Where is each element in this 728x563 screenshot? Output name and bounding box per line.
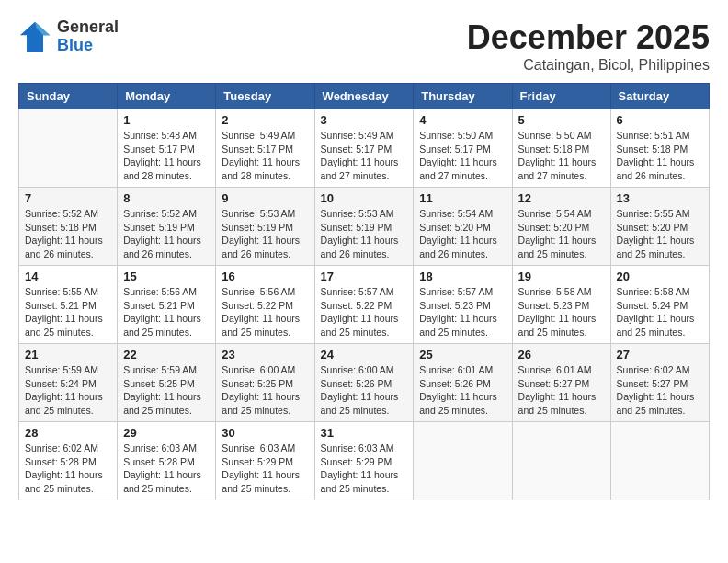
day-number: 30 xyxy=(222,426,308,440)
logo-blue: Blue xyxy=(57,37,119,55)
day-number: 26 xyxy=(518,348,605,362)
calendar-cell: 4Sunrise: 5:50 AM Sunset: 5:17 PM Daylig… xyxy=(414,109,512,188)
day-number: 27 xyxy=(617,348,703,362)
day-number: 22 xyxy=(123,348,210,362)
calendar-cell: 13Sunrise: 5:55 AM Sunset: 5:20 PM Dayli… xyxy=(610,188,709,266)
day-info: Sunrise: 6:03 AM Sunset: 5:29 PM Dayligh… xyxy=(321,442,408,496)
day-info: Sunrise: 6:00 AM Sunset: 5:25 PM Dayligh… xyxy=(222,363,308,418)
day-info: Sunrise: 5:57 AM Sunset: 5:22 PM Dayligh… xyxy=(321,285,408,339)
day-number: 31 xyxy=(321,426,408,440)
calendar-cell: 25Sunrise: 6:01 AM Sunset: 5:26 PM Dayli… xyxy=(414,344,512,422)
calendar-cell: 6Sunrise: 5:51 AM Sunset: 5:18 PM Daylig… xyxy=(610,109,709,188)
day-info: Sunrise: 5:50 AM Sunset: 5:18 PM Dayligh… xyxy=(518,129,605,183)
calendar-week-row: 14Sunrise: 5:55 AM Sunset: 5:21 PM Dayli… xyxy=(19,266,710,344)
day-number: 5 xyxy=(518,113,605,127)
weekday-header-saturday: Saturday xyxy=(610,84,709,109)
day-info: Sunrise: 5:56 AM Sunset: 5:22 PM Dayligh… xyxy=(222,285,308,339)
day-info: Sunrise: 5:55 AM Sunset: 5:21 PM Dayligh… xyxy=(25,285,111,339)
calendar-cell: 23Sunrise: 6:00 AM Sunset: 5:25 PM Dayli… xyxy=(216,344,314,422)
weekday-header-tuesday: Tuesday xyxy=(216,84,314,109)
day-info: Sunrise: 5:54 AM Sunset: 5:20 PM Dayligh… xyxy=(518,207,605,261)
day-info: Sunrise: 6:03 AM Sunset: 5:28 PM Dayligh… xyxy=(123,442,210,496)
day-info: Sunrise: 5:59 AM Sunset: 5:25 PM Dayligh… xyxy=(123,363,210,418)
calendar-week-row: 7Sunrise: 5:52 AM Sunset: 5:18 PM Daylig… xyxy=(19,188,710,266)
calendar-cell: 5Sunrise: 5:50 AM Sunset: 5:18 PM Daylig… xyxy=(512,109,610,188)
day-number: 15 xyxy=(123,270,210,283)
calendar-cell: 17Sunrise: 5:57 AM Sunset: 5:22 PM Dayli… xyxy=(314,266,414,344)
title-block: December 2025 Cataingan, Bicol, Philippi… xyxy=(467,18,710,74)
calendar-cell: 20Sunrise: 5:58 AM Sunset: 5:24 PM Dayli… xyxy=(610,266,709,344)
weekday-header-friday: Friday xyxy=(512,84,610,109)
day-number: 13 xyxy=(617,191,703,205)
calendar-week-row: 28Sunrise: 6:02 AM Sunset: 5:28 PM Dayli… xyxy=(19,422,710,500)
day-info: Sunrise: 6:02 AM Sunset: 5:28 PM Dayligh… xyxy=(25,442,111,496)
day-number: 25 xyxy=(419,348,506,362)
calendar-cell xyxy=(610,422,709,500)
calendar-cell: 3Sunrise: 5:49 AM Sunset: 5:17 PM Daylig… xyxy=(314,109,414,188)
day-number: 7 xyxy=(25,191,111,205)
calendar-cell: 30Sunrise: 6:03 AM Sunset: 5:29 PM Dayli… xyxy=(216,422,314,500)
logo: General Blue xyxy=(18,18,119,55)
calendar-cell: 14Sunrise: 5:55 AM Sunset: 5:21 PM Dayli… xyxy=(19,266,118,344)
day-info: Sunrise: 5:50 AM Sunset: 5:17 PM Dayligh… xyxy=(419,129,506,183)
day-info: Sunrise: 5:53 AM Sunset: 5:19 PM Dayligh… xyxy=(321,207,408,261)
day-number: 6 xyxy=(617,113,703,127)
svg-marker-0 xyxy=(20,22,50,52)
day-number: 3 xyxy=(321,113,408,127)
day-number: 10 xyxy=(321,191,408,205)
calendar-cell: 29Sunrise: 6:03 AM Sunset: 5:28 PM Dayli… xyxy=(118,422,216,500)
calendar-cell: 10Sunrise: 5:53 AM Sunset: 5:19 PM Dayli… xyxy=(314,188,414,266)
day-number: 1 xyxy=(123,113,210,127)
day-info: Sunrise: 5:48 AM Sunset: 5:17 PM Dayligh… xyxy=(123,129,210,183)
day-info: Sunrise: 5:58 AM Sunset: 5:23 PM Dayligh… xyxy=(518,285,605,339)
calendar-cell: 15Sunrise: 5:56 AM Sunset: 5:21 PM Dayli… xyxy=(118,266,216,344)
calendar-cell: 8Sunrise: 5:52 AM Sunset: 5:19 PM Daylig… xyxy=(118,188,216,266)
day-info: Sunrise: 5:51 AM Sunset: 5:18 PM Dayligh… xyxy=(617,129,703,183)
calendar-week-row: 1Sunrise: 5:48 AM Sunset: 5:17 PM Daylig… xyxy=(19,109,710,188)
logo-general: General xyxy=(57,18,119,37)
day-number: 9 xyxy=(222,191,308,205)
day-info: Sunrise: 5:53 AM Sunset: 5:19 PM Dayligh… xyxy=(222,207,308,261)
day-info: Sunrise: 5:49 AM Sunset: 5:17 PM Dayligh… xyxy=(222,129,308,183)
calendar-cell: 16Sunrise: 5:56 AM Sunset: 5:22 PM Dayli… xyxy=(216,266,314,344)
calendar-cell: 1Sunrise: 5:48 AM Sunset: 5:17 PM Daylig… xyxy=(118,109,216,188)
day-number: 8 xyxy=(123,191,210,205)
day-info: Sunrise: 6:01 AM Sunset: 5:27 PM Dayligh… xyxy=(518,363,605,418)
weekday-header-thursday: Thursday xyxy=(414,84,512,109)
day-number: 19 xyxy=(518,270,605,283)
calendar-cell xyxy=(414,422,512,500)
day-info: Sunrise: 5:54 AM Sunset: 5:20 PM Dayligh… xyxy=(419,207,506,261)
day-info: Sunrise: 6:02 AM Sunset: 5:27 PM Dayligh… xyxy=(617,363,703,418)
day-info: Sunrise: 6:00 AM Sunset: 5:26 PM Dayligh… xyxy=(321,363,408,418)
day-info: Sunrise: 5:57 AM Sunset: 5:23 PM Dayligh… xyxy=(419,285,506,339)
calendar-week-row: 21Sunrise: 5:59 AM Sunset: 5:24 PM Dayli… xyxy=(19,344,710,422)
day-info: Sunrise: 5:52 AM Sunset: 5:19 PM Dayligh… xyxy=(123,207,210,261)
calendar-cell: 12Sunrise: 5:54 AM Sunset: 5:20 PM Dayli… xyxy=(512,188,610,266)
calendar-cell: 24Sunrise: 6:00 AM Sunset: 5:26 PM Dayli… xyxy=(314,344,414,422)
calendar-cell: 28Sunrise: 6:02 AM Sunset: 5:28 PM Dayli… xyxy=(19,422,118,500)
calendar-cell: 19Sunrise: 5:58 AM Sunset: 5:23 PM Dayli… xyxy=(512,266,610,344)
day-info: Sunrise: 5:56 AM Sunset: 5:21 PM Dayligh… xyxy=(123,285,210,339)
calendar-cell xyxy=(512,422,610,500)
day-info: Sunrise: 5:55 AM Sunset: 5:20 PM Dayligh… xyxy=(617,207,703,261)
day-number: 24 xyxy=(321,348,408,362)
day-number: 2 xyxy=(222,113,308,127)
calendar-cell: 22Sunrise: 5:59 AM Sunset: 5:25 PM Dayli… xyxy=(118,344,216,422)
calendar-cell: 21Sunrise: 5:59 AM Sunset: 5:24 PM Dayli… xyxy=(19,344,118,422)
day-number: 11 xyxy=(419,191,506,205)
calendar-cell: 31Sunrise: 6:03 AM Sunset: 5:29 PM Dayli… xyxy=(314,422,414,500)
calendar-cell xyxy=(19,109,118,188)
calendar-table: SundayMondayTuesdayWednesdayThursdayFrid… xyxy=(18,83,710,500)
logo-text: General Blue xyxy=(57,18,119,55)
page-header: General Blue December 2025 Cataingan, Bi… xyxy=(18,18,710,74)
day-info: Sunrise: 5:59 AM Sunset: 5:24 PM Dayligh… xyxy=(25,363,111,418)
day-number: 18 xyxy=(419,270,506,283)
day-info: Sunrise: 6:01 AM Sunset: 5:26 PM Dayligh… xyxy=(419,363,506,418)
day-number: 28 xyxy=(25,426,111,440)
day-info: Sunrise: 5:58 AM Sunset: 5:24 PM Dayligh… xyxy=(617,285,703,339)
weekday-header-monday: Monday xyxy=(118,84,216,109)
day-info: Sunrise: 6:03 AM Sunset: 5:29 PM Dayligh… xyxy=(222,442,308,496)
calendar-cell: 18Sunrise: 5:57 AM Sunset: 5:23 PM Dayli… xyxy=(414,266,512,344)
day-number: 20 xyxy=(617,270,703,283)
day-number: 14 xyxy=(25,270,111,283)
